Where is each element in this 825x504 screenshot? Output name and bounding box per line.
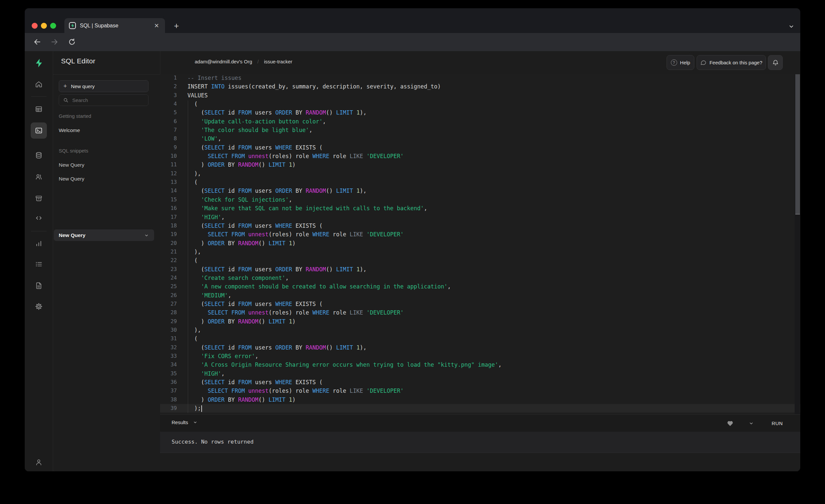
forward-button-icon[interactable] <box>50 37 59 47</box>
code-line[interactable]: 9 (SELECT id FROM users WHERE EXISTS ( <box>160 143 800 152</box>
code-line[interactable]: 13 ( <box>160 178 800 187</box>
code-line[interactable]: 11 ) ORDER BY RANDOM() LIMIT 1) <box>160 160 800 169</box>
api-code-icon[interactable] <box>34 214 43 222</box>
line-number: 21 <box>160 247 177 256</box>
code-line[interactable]: 29 ) ORDER BY RANDOM() LIMIT 1) <box>160 317 800 326</box>
code-line[interactable]: 27 (SELECT id FROM users WHERE EXISTS ( <box>160 300 800 308</box>
breadcrumb-org[interactable]: adam@windmill.dev's Org <box>195 59 252 64</box>
code-line[interactable]: 14 (SELECT id FROM users ORDER BY RANDOM… <box>160 187 800 195</box>
feedback-button[interactable]: Feedback on this page? <box>697 55 766 70</box>
back-button-icon[interactable] <box>33 37 42 47</box>
account-user-icon[interactable] <box>34 458 43 466</box>
code-line[interactable]: 7 'The color should be light blue', <box>160 126 800 134</box>
favorite-heart-icon[interactable] <box>727 420 734 426</box>
notifications-button[interactable] <box>768 55 783 70</box>
code-line[interactable]: 22 ( <box>160 256 800 265</box>
chevron-down-icon[interactable] <box>144 233 149 238</box>
search-input[interactable] <box>72 97 132 103</box>
code-line[interactable]: 12 ), <box>160 169 800 178</box>
code-line[interactable]: 19 SELECT FROM unnest(roles) role WHERE … <box>160 230 800 239</box>
reload-button-icon[interactable] <box>67 37 77 47</box>
code-line[interactable]: 31 ( <box>160 334 800 343</box>
database-icon[interactable] <box>34 151 43 159</box>
code-line[interactable]: 30 ), <box>160 326 800 334</box>
code-line[interactable]: 2INSERT INTO issues(created_by, summary,… <box>160 82 800 91</box>
active-snippet-label: New Query <box>59 232 85 238</box>
code-line[interactable]: 6 'Update call-to-action button color', <box>160 117 800 126</box>
code-line[interactable]: 39 ); <box>160 404 800 413</box>
sidebar-item-welcome[interactable]: Welcome <box>59 127 80 133</box>
sidebar-item-snippet[interactable]: New Query <box>59 162 84 168</box>
window-zoom-button[interactable] <box>50 23 56 29</box>
code-line[interactable]: 23 (SELECT id FROM users ORDER BY RANDOM… <box>160 265 800 274</box>
editor-scrollbar[interactable] <box>795 74 800 414</box>
sql-editor-icon[interactable] <box>34 126 43 135</box>
new-tab-button[interactable]: + <box>174 21 179 31</box>
line-number: 29 <box>160 317 177 326</box>
browser-tab[interactable]: SQL | Supabase ✕ <box>64 18 165 33</box>
code-line[interactable]: 32 (SELECT id FROM users ORDER BY RANDOM… <box>160 343 800 352</box>
auth-users-icon[interactable] <box>34 172 43 181</box>
code-line[interactable]: 4 ( <box>160 100 800 108</box>
help-button[interactable]: ? Help <box>667 55 694 70</box>
code-text: INSERT INTO issues(created_by, summary, … <box>188 82 441 91</box>
snippet-search[interactable] <box>59 94 149 106</box>
code-line[interactable]: 8 'LOW', <box>160 134 800 143</box>
code-line[interactable]: 5 (SELECT id FROM users ORDER BY RANDOM(… <box>160 108 800 117</box>
docs-icon[interactable] <box>34 282 43 290</box>
results-dropdown[interactable]: Results <box>172 420 198 425</box>
code-line[interactable]: 1-- Insert issues <box>160 74 800 82</box>
code-line[interactable]: 18 (SELECT id FROM users WHERE EXISTS ( <box>160 221 800 230</box>
code-line[interactable]: 20 ) ORDER BY RANDOM() LIMIT 1) <box>160 239 800 247</box>
line-number: 23 <box>160 265 177 274</box>
text-cursor <box>201 405 202 412</box>
line-number: 35 <box>160 369 177 378</box>
window-close-button[interactable] <box>32 23 38 29</box>
code-line[interactable]: 24 'Create search component', <box>160 274 800 282</box>
code-text: ), <box>188 326 201 334</box>
code-line[interactable]: 28 SELECT FROM unnest(roles) role WHERE … <box>160 308 800 317</box>
table-editor-icon[interactable] <box>34 105 43 113</box>
sidebar-item-snippet[interactable]: New Query <box>59 176 84 182</box>
code-line[interactable]: 36 (SELECT id FROM users WHERE EXISTS ( <box>160 378 800 386</box>
new-query-label: New query <box>71 83 95 89</box>
supabase-app: SQL Editor + New query Getting started W… <box>25 51 800 471</box>
code-line[interactable]: 15 'Check for SQL injections', <box>160 195 800 204</box>
code-line[interactable]: 16 'Make sure that SQL can not be inject… <box>160 204 800 213</box>
line-number: 7 <box>160 126 177 134</box>
code-line[interactable]: 3VALUES <box>160 91 800 100</box>
code-line[interactable]: 37 SELECT FROM unnest(roles) role WHERE … <box>160 386 800 395</box>
code-line[interactable]: 33 'Fix CORS error', <box>160 352 800 360</box>
supabase-logo-icon[interactable] <box>34 58 43 68</box>
code-line[interactable]: 10 SELECT FROM unnest(roles) role WHERE … <box>160 152 800 160</box>
run-button[interactable]: RUN <box>769 419 785 428</box>
code-line[interactable]: 26 'MEDIUM', <box>160 291 800 300</box>
code-line[interactable]: 34 'A Cross Origin Resource Sharing erro… <box>160 360 800 369</box>
code-line[interactable]: 35 'HIGH', <box>160 369 800 378</box>
settings-gear-icon[interactable] <box>34 302 43 310</box>
tab-strip: SQL | Supabase ✕ + <box>25 8 800 33</box>
sidebar-item-snippet-active[interactable]: New Query <box>54 229 154 241</box>
breadcrumb-project[interactable]: issue-tracker <box>264 59 292 64</box>
reports-icon[interactable] <box>34 239 43 247</box>
new-query-button[interactable]: + New query <box>59 80 149 92</box>
editor-scrollbar-thumb[interactable] <box>795 74 800 215</box>
tab-search-chevron-icon[interactable] <box>788 23 795 30</box>
code-text: (SELECT id FROM users WHERE EXISTS ( <box>188 300 322 308</box>
code-text: 'The color should be light blue', <box>188 126 312 134</box>
window-minimize-button[interactable] <box>41 23 47 29</box>
home-icon[interactable] <box>34 80 43 88</box>
code-line[interactable]: 17 'HIGH', <box>160 213 800 221</box>
code-line[interactable]: 25 'A new component should be created to… <box>160 282 800 291</box>
results-message-row: Success. No rows returned <box>160 432 800 453</box>
code-line[interactable]: 38 ) ORDER BY RANDOM() LIMIT 1) <box>160 395 800 404</box>
code-editor[interactable]: 1-- Insert issues2INSERT INTO issues(cre… <box>160 74 800 414</box>
logs-icon[interactable] <box>34 260 43 268</box>
code-text: ( <box>188 178 198 187</box>
code-line[interactable]: 21 ), <box>160 247 800 256</box>
line-number: 12 <box>160 169 177 178</box>
run-options-chevron-icon[interactable] <box>748 421 754 426</box>
tab-close-icon[interactable]: ✕ <box>153 22 160 29</box>
results-message: Success. No rows returned <box>172 439 253 445</box>
storage-icon[interactable] <box>34 194 43 202</box>
